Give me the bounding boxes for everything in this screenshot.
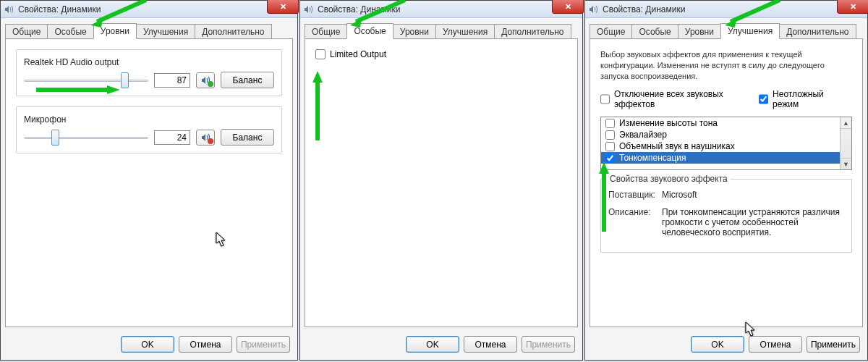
tab-advanced[interactable]: Дополнительно <box>494 24 571 39</box>
window-title: Свойства: Динамики <box>603 4 685 14</box>
desc-value: При тонкомпенсации устраняются различия … <box>662 207 844 237</box>
levels-pane: Realtek HD Audio output 87 Баланс Микроф… <box>5 38 293 327</box>
apply-button[interactable]: Применить <box>807 336 860 353</box>
status-on-icon <box>208 81 213 87</box>
scroll-down-icon[interactable]: ▼ <box>841 158 851 169</box>
effect-checkbox[interactable] <box>605 119 615 128</box>
disable-all-checkbox[interactable] <box>600 94 610 104</box>
list-item[interactable]: Эквалайзер <box>601 129 840 140</box>
mic-value: 24 <box>154 130 190 145</box>
cancel-button[interactable]: Отмена <box>464 336 517 353</box>
tab-levels[interactable]: Уровни <box>678 24 721 39</box>
disable-all-label: Отключение всех звуковых эффектов <box>614 89 750 109</box>
apply-button[interactable]: Применить <box>237 336 290 353</box>
effect-label: Изменение высоты тона <box>619 118 718 128</box>
effect-label: Эквалайзер <box>619 130 667 140</box>
ok-button[interactable]: OK <box>691 336 744 353</box>
properties-legend: Свойства звукового эффекта <box>607 174 731 184</box>
tab-general[interactable]: Общие <box>5 24 48 39</box>
annotation-arrow-icon <box>35 84 122 96</box>
mic-slider[interactable] <box>24 130 148 146</box>
close-button[interactable]: ✕ <box>267 0 299 14</box>
cancel-button[interactable]: Отмена <box>179 336 232 353</box>
tab-general[interactable]: Общие <box>590 24 632 39</box>
tab-custom[interactable]: Особые <box>47 24 93 39</box>
ok-button[interactable]: OK <box>406 336 459 353</box>
disable-all-option[interactable]: Отключение всех звуковых эффектов <box>600 89 750 109</box>
annotation-arrow-icon <box>597 161 610 233</box>
speaker-icon <box>588 4 598 14</box>
mic-label: Микрофон <box>24 114 274 125</box>
list-item[interactable]: Изменение высоты тона <box>601 117 840 129</box>
output-balance-button[interactable]: Баланс <box>221 72 274 88</box>
list-item-selected[interactable]: Тонкомпенсация <box>601 152 840 164</box>
desc-key: Описание: <box>608 207 662 237</box>
close-button[interactable]: ✕ <box>552 0 584 14</box>
annotation-arrow-icon <box>88 0 153 29</box>
list-item[interactable]: Объемный звук в наушниках <box>601 140 840 152</box>
tab-custom[interactable]: Особые <box>631 24 678 39</box>
speaker-icon <box>303 4 313 14</box>
tab-enhance[interactable]: Улучшения <box>435 24 495 39</box>
tab-general[interactable]: Общие <box>305 24 347 39</box>
cursor-icon <box>745 321 757 340</box>
effect-properties: Свойства звукового эффекта Поставщик:Mic… <box>600 179 852 253</box>
annotation-arrow-icon <box>347 0 412 29</box>
close-icon: ✕ <box>280 2 286 12</box>
ok-button[interactable]: OK <box>121 336 174 353</box>
status-muted-icon <box>208 138 213 144</box>
mic-balance-button[interactable]: Баланс <box>221 129 274 146</box>
urgent-mode-label: Неотложный режим <box>773 89 843 109</box>
vendor-key: Поставщик: <box>608 190 662 200</box>
effect-checkbox[interactable] <box>605 142 615 151</box>
custom-pane: Limited Output <box>305 38 578 327</box>
annotation-arrow-icon <box>311 70 324 142</box>
effect-checkbox[interactable] <box>605 130 615 140</box>
close-icon: ✕ <box>850 2 856 12</box>
mic-mute-button[interactable] <box>196 130 215 146</box>
cancel-button[interactable]: Отмена <box>749 336 802 353</box>
titlebar[interactable]: Свойства: Динамики ✕ <box>300 1 582 18</box>
speaker-icon <box>4 4 14 14</box>
output-mute-button[interactable] <box>196 72 215 88</box>
close-icon: ✕ <box>565 2 571 12</box>
output-label: Realtek HD Audio output <box>24 57 274 67</box>
scroll-up-icon[interactable]: ▲ <box>841 117 851 129</box>
tab-advanced[interactable]: Дополнительно <box>779 24 856 39</box>
close-button[interactable]: ✕ <box>837 0 868 14</box>
enhance-description: Выбор звуковых эффектов для применения к… <box>600 49 852 82</box>
vendor-value: Microsoft <box>662 190 844 200</box>
scrollbar[interactable]: ▲ ▼ <box>840 117 851 169</box>
urgent-mode-option[interactable]: Неотложный режим <box>759 89 843 109</box>
apply-button[interactable]: Применить <box>522 336 575 353</box>
limited-output-checkbox[interactable] <box>315 49 326 59</box>
effects-list[interactable]: Изменение высоты тона Эквалайзер Объемны… <box>600 117 852 170</box>
limited-output-label: Limited Output <box>330 49 386 59</box>
cursor-icon <box>216 232 227 251</box>
tab-advanced[interactable]: Дополнительно <box>195 24 271 39</box>
mic-group: Микрофон 24 Баланс <box>16 106 282 153</box>
effect-label: Объемный звук в наушниках <box>619 141 735 151</box>
annotation-arrow-icon <box>722 0 787 29</box>
urgent-mode-checkbox[interactable] <box>759 94 768 104</box>
enhance-pane: Выбор звуковых эффектов для применения к… <box>590 38 863 327</box>
limited-output-option[interactable]: Limited Output <box>315 49 386 59</box>
output-value: 87 <box>154 73 190 88</box>
effect-label: Тонкомпенсация <box>619 153 686 163</box>
